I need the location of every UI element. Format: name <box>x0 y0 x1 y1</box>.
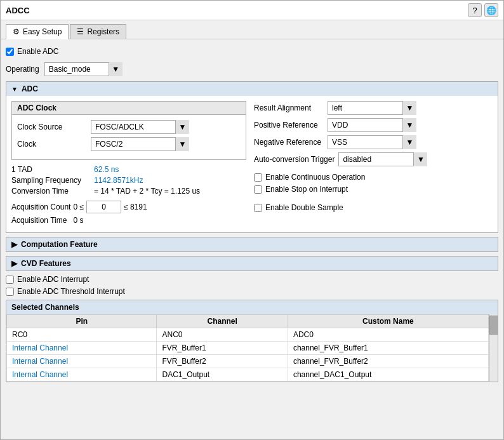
auto-conversion-label: Auto-conversion Trigger <box>254 155 335 164</box>
computation-title: Computation Feature <box>21 240 98 249</box>
clock-label: Clock <box>17 140 87 149</box>
negative-reference-row: Negative Reference VSS VREF- ▼ <box>254 135 493 149</box>
adc-section-title: ADC <box>22 84 38 93</box>
adc-section-header[interactable]: ▼ ADC <box>6 82 498 96</box>
result-alignment-wrapper: left right ▼ <box>328 101 416 115</box>
globe-button[interactable]: 🌐 <box>484 3 498 17</box>
acquisition-count-row: Acquisition Count 0 ≤ ≤ 8191 <box>11 201 246 213</box>
cvd-arrow-icon: ▶ <box>11 259 17 268</box>
enable-adc-row: Enable ADC <box>6 44 498 58</box>
cell-custom-name: ADC0 <box>288 328 488 342</box>
main-window: ADCC ? 🌐 ⚙ Easy Setup ☰ Registers Enable… <box>0 0 504 440</box>
clock-source-row: Clock Source FOSC/ADCLK FRC FOSC ▼ <box>17 120 241 134</box>
clock-select[interactable]: FOSC/2 FOSC/4 FOSC/8 <box>91 137 189 151</box>
operating-select-wrapper: Basic_mode Advanced_mode ▼ <box>44 62 123 76</box>
adc-left: ADC Clock Clock Source FOSC/ADCLK FRC <box>11 101 246 227</box>
tab-registers[interactable]: ☰ Registers <box>70 24 126 39</box>
cell-channel: FVR_Buffer2 <box>157 355 288 368</box>
easy-setup-icon: ⚙ <box>13 27 20 36</box>
col-pin: Pin <box>7 315 157 328</box>
positive-ref-wrapper: VDD VREF+ FVR ▼ <box>328 118 416 132</box>
result-alignment-label: Result Alignment <box>254 103 324 112</box>
acq-count-max: ≤ 8191 <box>124 203 147 211</box>
enable-continuous-row: Enable Continuous Operation <box>254 173 493 182</box>
enable-double-label: Enable Double Sample <box>265 203 343 212</box>
tad-row: 1 TAD 62.5 ns <box>11 165 246 174</box>
table-row: Internal ChannelDAC1_Outputchannel_DAC1_… <box>7 368 498 382</box>
computation-header[interactable]: ▶ Computation Feature <box>6 237 498 251</box>
clock-source-select[interactable]: FOSC/ADCLK FRC FOSC <box>91 120 189 134</box>
conversion-time-row: Conversion Time = 14 * TAD + 2 * Tcy = 1… <box>11 187 246 196</box>
col-channel: Channel <box>157 315 288 328</box>
adc-clock-box: ADC Clock Clock Source FOSC/ADCLK FRC <box>11 101 246 160</box>
cvd-title: CVD Features <box>21 259 71 268</box>
selected-channels-panel: Selected Channels Pin Channel Custom Nam… <box>6 300 498 382</box>
clock-row: Clock FOSC/2 FOSC/4 FOSC/8 ▼ <box>17 137 241 151</box>
cell-channel: DAC1_Output <box>157 368 288 382</box>
sampling-freq-value: 1142.8571kHz <box>94 176 143 185</box>
result-alignment-row: Result Alignment left right ▼ <box>254 101 493 115</box>
enable-stop-label: Enable Stop on Interrupt <box>265 185 348 194</box>
enable-adc-threshold-label: Enable ADC Threshold Interrupt <box>17 287 125 296</box>
enable-continuous-label: Enable Continuous Operation <box>265 173 365 182</box>
cell-custom-name: channel_FVR_Buffer2 <box>288 355 488 368</box>
tab-easy-setup[interactable]: ⚙ Easy Setup <box>6 24 69 39</box>
enable-double-checkbox[interactable] <box>254 204 262 212</box>
acq-count-min: 0 ≤ <box>73 203 84 211</box>
enable-adc-interrupt-row: Enable ADC Interrupt <box>6 275 498 284</box>
clock-select-wrapper: FOSC/2 FOSC/4 FOSC/8 ▼ <box>91 137 189 151</box>
operating-row: Operating Basic_mode Advanced_mode ▼ <box>6 62 498 76</box>
sampling-freq-row: Sampling Frequency 1142.8571kHz <box>11 176 246 185</box>
scrollbar-thumb <box>489 316 498 335</box>
enable-adc-interrupt-checkbox[interactable] <box>6 276 14 284</box>
cell-channel: FVR_Buffer1 <box>157 342 288 355</box>
positive-reference-row: Positive Reference VDD VREF+ FVR ▼ <box>254 118 493 132</box>
cell-custom-name: channel_DAC1_Output <box>288 368 488 382</box>
footer-checkboxes: Enable ADC Interrupt Enable ADC Threshol… <box>6 275 498 296</box>
tab-easy-setup-label: Easy Setup <box>23 27 62 36</box>
auto-conversion-select[interactable]: disabled Timer1 Timer2 <box>338 152 427 166</box>
negative-ref-label: Negative Reference <box>254 138 324 147</box>
enable-double-row: Enable Double Sample <box>254 203 493 212</box>
acq-count-label: Acquisition Count <box>11 203 70 211</box>
auto-conversion-wrapper: disabled Timer1 Timer2 ▼ <box>338 152 427 166</box>
result-alignment-select[interactable]: left right <box>328 101 416 115</box>
operating-select[interactable]: Basic_mode Advanced_mode <box>44 62 123 76</box>
operating-label: Operating <box>6 65 39 74</box>
adc-section-body: ADC Clock Clock Source FOSC/ADCLK FRC <box>6 96 498 232</box>
acq-count-input[interactable] <box>86 201 121 213</box>
cell-pin: Internal Channel <box>7 368 157 382</box>
table-scrollbar[interactable] <box>489 314 498 382</box>
cell-channel: ANC0 <box>157 328 288 342</box>
enable-continuous-checkbox[interactable] <box>254 173 262 182</box>
adc-clock-header: ADC Clock <box>12 102 246 115</box>
cvd-header[interactable]: ▶ CVD Features <box>6 257 498 270</box>
table-row: Internal ChannelFVR_Buffer2channel_FVR_B… <box>7 355 498 368</box>
positive-ref-label: Positive Reference <box>254 121 324 130</box>
title-bar-buttons: ? 🌐 <box>468 3 498 17</box>
negative-ref-wrapper: VSS VREF- ▼ <box>328 135 416 149</box>
enable-stop-checkbox[interactable] <box>254 185 262 194</box>
computation-arrow-icon: ▶ <box>11 240 17 249</box>
auto-conversion-row: Auto-conversion Trigger disabled Timer1 … <box>254 152 493 166</box>
enable-adc-threshold-checkbox[interactable] <box>6 288 14 296</box>
conversion-time-label: Conversion Time <box>11 187 94 196</box>
main-content: Enable ADC Operating Basic_mode Advanced… <box>1 39 503 387</box>
cell-custom-name: channel_FVR_Buffer1 <box>288 342 488 355</box>
enable-stop-row: Enable Stop on Interrupt <box>254 185 493 194</box>
enable-adc-checkbox[interactable] <box>6 48 14 56</box>
col-custom-name: Custom Name <box>288 315 488 328</box>
acq-time-label: Acquisition Time <box>11 216 67 225</box>
positive-ref-select[interactable]: VDD VREF+ FVR <box>328 118 416 132</box>
negative-ref-select[interactable]: VSS VREF- <box>328 135 416 149</box>
channels-table: Pin Channel Custom Name RC0ANC0ADC0Inter… <box>6 314 498 382</box>
adc-arrow-icon: ▼ <box>11 86 18 93</box>
adc-right: Result Alignment left right ▼ P <box>254 101 493 227</box>
clock-source-select-wrapper: FOSC/ADCLK FRC FOSC ▼ <box>91 120 189 134</box>
table-wrapper: Pin Channel Custom Name RC0ANC0ADC0Inter… <box>6 314 498 382</box>
help-button[interactable]: ? <box>468 3 482 17</box>
table-row: Internal ChannelFVR_Buffer1channel_FVR_B… <box>7 342 498 355</box>
cell-pin: Internal Channel <box>7 342 157 355</box>
computation-section: ▶ Computation Feature <box>6 237 498 252</box>
acq-time-value: 0 s <box>73 216 83 225</box>
